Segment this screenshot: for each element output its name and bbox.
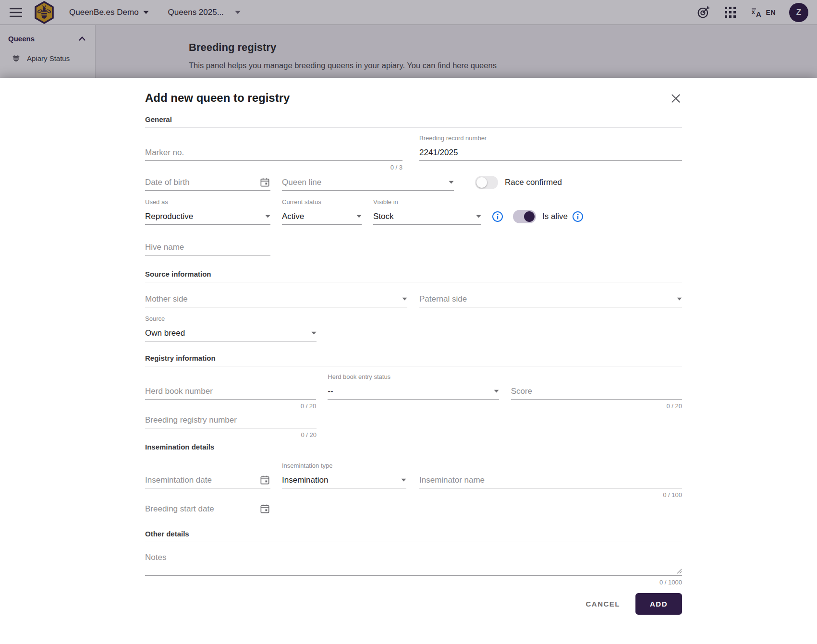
add-button[interactable]: ADD	[635, 593, 682, 615]
breeding-registry-number-input[interactable]	[145, 415, 317, 425]
mother-side-select[interactable]: Mother side	[145, 291, 407, 307]
herd-book-number-counter: 0 / 20	[145, 400, 316, 410]
field-breeding-registry-number: 0 / 20	[145, 412, 317, 439]
section-general: General 0 / 3 Breeding record number	[145, 115, 682, 255]
herd-book-entry-status-value: --	[328, 387, 333, 396]
field-hive-name	[145, 239, 270, 255]
info-icon[interactable]	[492, 211, 503, 222]
insemination-date-input[interactable]	[145, 475, 256, 485]
insemination-type-label: Insemintation type	[282, 462, 406, 472]
section-other-details: Other details 0 / 1000	[145, 530, 682, 586]
paternal-side-placeholder: Paternal side	[419, 294, 467, 304]
marker-no-input[interactable]	[145, 148, 402, 158]
used-as-label: Used as	[145, 198, 270, 208]
dropdown-arrow-icon	[401, 478, 406, 482]
race-confirmed-field: Race confirmed	[475, 174, 562, 191]
inseminator-name-counter: 0 / 100	[419, 488, 682, 499]
field-used-as: Used as Reproductive	[145, 198, 270, 225]
used-as-value: Reproductive	[145, 212, 193, 221]
visible-in-label: Visible in	[373, 198, 481, 208]
field-herd-book-entry-status: Herd book entry status --	[328, 373, 499, 410]
dialog-title: Add new queen to registry	[145, 91, 290, 105]
dropdown-arrow-icon	[476, 215, 481, 218]
field-inseminator-name: 0 / 100	[419, 462, 682, 499]
add-queen-dialog: Add new queen to registry General 0 / 3	[0, 78, 817, 644]
paternal-side-select[interactable]: Paternal side	[419, 291, 682, 307]
marker-no-counter: 0 / 3	[145, 161, 402, 171]
resize-handle-icon[interactable]	[677, 569, 682, 574]
calendar-icon[interactable]	[259, 474, 270, 486]
field-breeding-start-date	[145, 501, 270, 517]
visible-in-value: Stock	[373, 212, 394, 221]
calendar-icon[interactable]	[259, 503, 270, 514]
field-source: Source Own breed	[145, 315, 317, 341]
current-status-label: Current status	[282, 198, 362, 208]
herd-book-entry-status-select[interactable]: --	[328, 383, 499, 400]
race-confirmed-label: Race confirmed	[505, 178, 562, 187]
breeding-registry-number-counter: 0 / 20	[145, 428, 317, 439]
score-input[interactable]	[511, 387, 682, 396]
breeding-record-number-label: Breeding record number	[419, 134, 682, 145]
dropdown-arrow-icon	[356, 215, 362, 218]
used-as-select[interactable]: Reproductive	[145, 208, 270, 225]
herd-book-entry-status-label: Herd book entry status	[328, 373, 499, 383]
insemination-type-value: Insemination	[282, 475, 328, 485]
field-visible-in: Visible in Stock	[373, 198, 481, 225]
screen: QueenBe.es Demo Queens 2025... x	[0, 0, 817, 644]
section-insemination-details: Insemination details	[145, 443, 682, 517]
notes-textarea[interactable]	[145, 549, 682, 575]
section-heading: Insemination details	[145, 443, 682, 455]
hive-name-input[interactable]	[145, 243, 270, 252]
dropdown-arrow-icon	[311, 331, 317, 335]
dropdown-arrow-icon	[265, 215, 270, 218]
field-queen-line: Queen line	[282, 174, 454, 191]
field-marker-no: 0 / 3	[145, 134, 402, 171]
dialog-actions: CANCEL ADD	[145, 593, 682, 615]
breeding-start-date-input[interactable]	[145, 504, 256, 514]
section-registry-information: Registry information 0 / 20 Herd book en…	[145, 354, 682, 439]
field-breeding-record-number: Breeding record number	[419, 134, 682, 171]
field-mother-side: Mother side	[145, 291, 407, 307]
close-icon[interactable]	[670, 92, 682, 107]
inseminator-name-input[interactable]	[419, 475, 682, 485]
breeding-record-number-input[interactable]	[419, 148, 682, 158]
field-notes: 0 / 1000	[145, 549, 682, 586]
dropdown-arrow-icon	[402, 297, 407, 301]
info-icon[interactable]	[572, 211, 584, 222]
current-status-value: Active	[282, 212, 304, 221]
calendar-icon[interactable]	[259, 177, 270, 188]
notes-counter: 0 / 1000	[145, 576, 682, 586]
marker-no-input-wrap	[145, 145, 402, 161]
field-current-status: Current status Active	[282, 198, 362, 225]
is-alive-field: Is alive	[492, 208, 584, 225]
section-heading: General	[145, 115, 682, 128]
score-counter: 0 / 20	[511, 400, 682, 410]
section-source-information: Source information Mother side Paternal …	[145, 270, 682, 341]
source-value: Own breed	[145, 328, 185, 338]
mother-side-placeholder: Mother side	[145, 294, 188, 304]
queen-line-placeholder: Queen line	[282, 178, 321, 187]
insemination-type-select[interactable]: Insemination	[282, 472, 406, 488]
field-insemination-date	[145, 462, 270, 499]
field-insemination-type: Insemintation type Insemination	[282, 462, 406, 499]
current-status-select[interactable]: Active	[282, 208, 362, 225]
queen-line-select[interactable]: Queen line	[282, 174, 454, 191]
race-confirmed-toggle[interactable]	[475, 176, 498, 189]
field-paternal-side: Paternal side	[419, 291, 682, 307]
section-heading: Source information	[145, 270, 682, 282]
dropdown-arrow-icon	[449, 181, 454, 184]
source-label: Source	[145, 315, 317, 325]
dropdown-arrow-icon	[677, 297, 682, 301]
visible-in-select[interactable]: Stock	[373, 208, 481, 225]
section-heading: Other details	[145, 530, 682, 542]
herd-book-number-input[interactable]	[145, 387, 316, 396]
is-alive-label: Is alive	[542, 212, 568, 221]
field-herd-book-number: 0 / 20	[145, 373, 316, 410]
date-of-birth-input[interactable]	[145, 178, 256, 187]
cancel-button[interactable]: CANCEL	[577, 594, 629, 614]
dropdown-arrow-icon	[494, 389, 499, 393]
field-score: 0 / 20	[511, 373, 682, 410]
field-date-of-birth	[145, 174, 270, 191]
is-alive-toggle[interactable]	[513, 210, 536, 223]
source-select[interactable]: Own breed	[145, 325, 317, 341]
